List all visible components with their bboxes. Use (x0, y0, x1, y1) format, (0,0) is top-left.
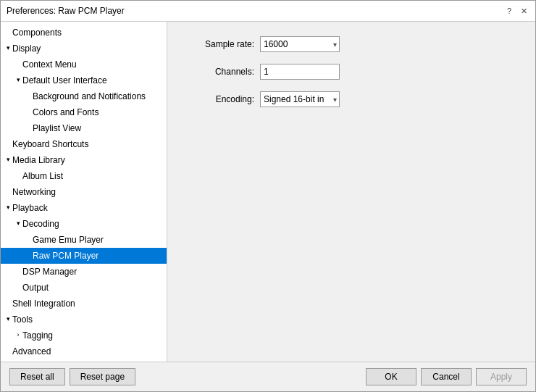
tree-label: Advanced (12, 345, 51, 358)
tree-label: Tools (12, 313, 33, 326)
encoding-select[interactable]: Unsigned 8-bit intSigned 16-bit intSigne… (260, 91, 340, 107)
tree-item-decoding[interactable]: ▾Decoding (1, 216, 167, 232)
close-button[interactable]: ✕ (518, 5, 529, 17)
dialog-footer: Reset all Reset page OK Cancel Apply (1, 362, 535, 391)
tree-item-bg-notif[interactable]: Background and Notifications (1, 88, 167, 104)
tree-item-colors-fonts[interactable]: Colors and Fonts (1, 104, 167, 120)
sample-rate-control: 800011025160002205032000441004800096000 (260, 36, 340, 52)
tree-arrow: ▾ (4, 155, 12, 165)
tree-panel: Components▾Display Context Menu▾Default … (1, 22, 167, 362)
tree-label: Decoding (22, 217, 59, 230)
tree-item-playback[interactable]: ▾Playback (1, 200, 167, 216)
tree-item-dsp[interactable]: DSP Manager (1, 264, 167, 280)
tree-item-keyboard[interactable]: Keyboard Shortcuts (1, 136, 167, 152)
tree-item-album-list[interactable]: Album List (1, 168, 167, 184)
sample-rate-label: Sample rate: (182, 39, 254, 49)
tree-label: Networking (12, 185, 56, 199)
tree-label: Media Library (12, 154, 65, 167)
tree-item-tools[interactable]: ▾Tools (1, 312, 167, 328)
sample-rate-select[interactable]: 800011025160002205032000441004800096000 (260, 36, 340, 52)
channels-control (260, 64, 340, 80)
encoding-select-wrapper: Unsigned 8-bit intSigned 16-bit intSigne… (260, 91, 340, 107)
tree-item-advanced[interactable]: Advanced (1, 343, 167, 359)
tree-arrow: ▾ (4, 314, 12, 325)
tree-item-raw-pcm[interactable]: Raw PCM Player (1, 248, 167, 264)
cancel-button[interactable]: Cancel (421, 368, 472, 385)
reset-all-button[interactable]: Reset all (9, 368, 65, 385)
tree-arrow: ▾ (14, 75, 22, 86)
tree-label: Tagging (22, 329, 53, 342)
dialog-title: Preferences: Raw PCM Player (7, 6, 125, 16)
footer-right: OK Cancel Apply (366, 368, 527, 385)
tree-item-shell[interactable]: Shell Integration (1, 296, 167, 312)
tree-label: Raw PCM Player (33, 249, 99, 262)
tree-label: Shell Integration (12, 297, 75, 310)
tree-arrow: ▾ (4, 43, 12, 54)
tree-label: Album List (22, 170, 63, 183)
tree-label: Display (12, 42, 41, 55)
tree-item-media-library[interactable]: ▾Media Library (1, 152, 167, 168)
preferences-dialog: Preferences: Raw PCM Player ? ✕ Componen… (0, 0, 536, 392)
tree-label: Game Emu Player (33, 233, 104, 246)
ok-button[interactable]: OK (366, 368, 416, 385)
tree-arrow: › (14, 330, 22, 341)
tree-item-display[interactable]: ▾Display (1, 41, 167, 57)
encoding-control: Unsigned 8-bit intSigned 16-bit intSigne… (260, 91, 340, 107)
tree-item-default-ui[interactable]: ▾Default User Interface (1, 72, 167, 88)
channels-label: Channels: (182, 67, 254, 77)
sample-rate-row: Sample rate: 800011025160002205032000441… (182, 36, 521, 52)
tree-label: Components (12, 26, 62, 39)
apply-button[interactable]: Apply (476, 368, 527, 385)
tree-item-game-emu[interactable]: Game Emu Player (1, 232, 167, 248)
dialog-body: Components▾Display Context Menu▾Default … (1, 22, 535, 362)
sample-rate-select-wrapper: 800011025160002205032000441004800096000 (260, 36, 340, 52)
encoding-label: Encoding: (182, 94, 254, 104)
tree-label: Context Menu (22, 58, 77, 71)
tree-item-networking[interactable]: Networking (1, 184, 167, 200)
title-bar: Preferences: Raw PCM Player ? ✕ (1, 1, 535, 22)
channels-row: Channels: (182, 64, 521, 80)
tree-label: Playback (12, 201, 48, 214)
channels-input[interactable] (260, 64, 340, 80)
tree-arrow: ▾ (4, 203, 12, 213)
tree-item-output[interactable]: Output (1, 280, 167, 296)
tree-item-components[interactable]: Components (1, 25, 167, 41)
tree-label: Keyboard Shortcuts (12, 138, 88, 151)
tree-item-context-menu[interactable]: Context Menu (1, 57, 167, 72)
encoding-row: Encoding: Unsigned 8-bit intSigned 16-bi… (182, 91, 521, 107)
tree-arrow: ▾ (14, 219, 22, 229)
tree-label: DSP Manager (22, 265, 77, 278)
form-area: Sample rate: 800011025160002205032000441… (182, 36, 521, 347)
tree-label: Default User Interface (22, 74, 107, 87)
tree-item-tagging[interactable]: ›Tagging (1, 328, 167, 343)
footer-left: Reset all Reset page (9, 368, 135, 385)
tree-item-playlist-view[interactable]: Playlist View (1, 120, 167, 136)
reset-page-button[interactable]: Reset page (70, 368, 135, 385)
tree-label: Background and Notifications (33, 90, 146, 103)
title-bar-buttons: ? ✕ (503, 5, 529, 17)
tree-label: Colors and Fonts (33, 106, 99, 119)
help-button[interactable]: ? (503, 5, 515, 17)
tree-label: Playlist View (33, 122, 81, 135)
content-panel: Sample rate: 800011025160002205032000441… (167, 22, 535, 362)
tree-label: Output (22, 281, 49, 294)
